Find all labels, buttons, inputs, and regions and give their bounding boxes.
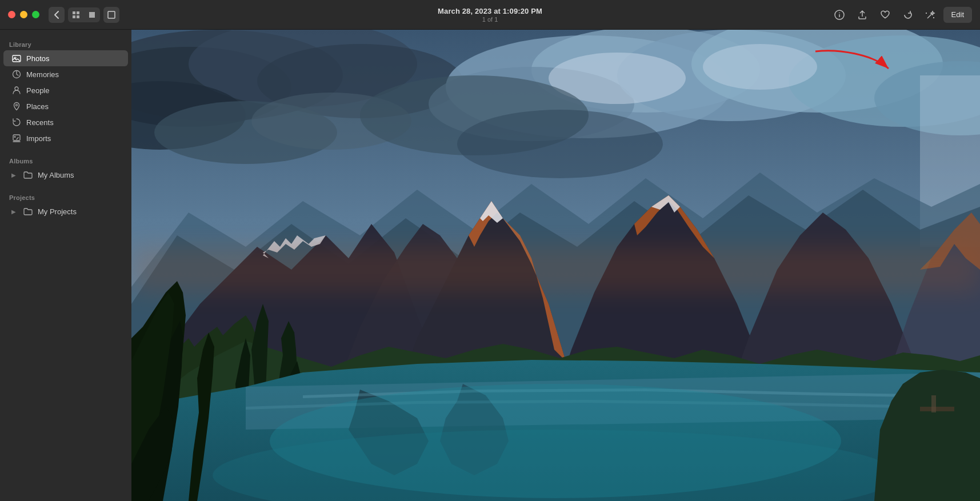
single-view-button[interactable] [84, 7, 100, 22]
minimize-button[interactable] [20, 11, 27, 18]
sidebar-item-my-projects[interactable]: ▶ My Projects [3, 203, 128, 219]
titlebar: March 28, 2023 at 1:09:20 PM 1 of 1 [0, 0, 980, 30]
recents-icon [11, 117, 22, 127]
svg-rect-44 [920, 407, 954, 411]
main-area: Library Photos Memories [0, 30, 980, 501]
photos-icon [11, 53, 22, 63]
photo-count: 1 of 1 [438, 16, 542, 23]
my-projects-label: My Projects [38, 207, 77, 216]
view-toggle [68, 7, 100, 22]
svg-rect-1 [77, 11, 79, 14]
people-label: People [26, 86, 49, 95]
titlebar-nav [49, 7, 119, 23]
projects-folder-icon [23, 206, 33, 217]
expand-projects-icon: ▶ [11, 209, 16, 215]
titlebar-left [8, 7, 119, 23]
imports-label: Imports [26, 134, 51, 143]
back-button[interactable] [49, 7, 65, 23]
places-icon [11, 101, 22, 111]
memories-label: Memories [26, 70, 59, 79]
projects-section-label: Projects [0, 190, 131, 203]
recents-label: Recents [26, 118, 54, 127]
photo-content [131, 30, 980, 501]
sidebar-item-places[interactable]: Places [3, 98, 128, 114]
imports-icon [11, 133, 22, 143]
info-button[interactable] [829, 6, 850, 24]
my-albums-label: My Albums [38, 171, 74, 179]
svg-point-17 [15, 87, 18, 90]
svg-point-18 [16, 105, 18, 106]
traffic-lights [8, 11, 39, 18]
svg-point-20 [14, 137, 15, 138]
svg-rect-0 [73, 11, 75, 14]
photos-label: Photos [26, 54, 49, 63]
sidebar: Library Photos Memories [0, 30, 131, 501]
photo-date-title: March 28, 2023 at 1:09:20 PM [438, 7, 542, 15]
rotate-button[interactable] [898, 6, 918, 24]
svg-point-37 [703, 44, 817, 90]
expand-icon: ▶ [11, 172, 16, 178]
sidebar-item-memories[interactable]: Memories [3, 66, 128, 82]
fullscreen-button[interactable] [103, 7, 119, 23]
albums-folder-icon [23, 170, 33, 180]
library-section-label: Library [0, 37, 131, 50]
edit-button[interactable]: Edit [943, 7, 972, 23]
sidebar-item-recents[interactable]: Recents [3, 114, 128, 130]
svg-rect-45 [931, 395, 936, 412]
magic-wand-button[interactable] [921, 6, 941, 24]
svg-rect-3 [77, 15, 79, 18]
favorite-button[interactable] [875, 6, 895, 24]
photo-scene [131, 30, 980, 501]
close-button[interactable] [8, 11, 15, 18]
places-label: Places [26, 102, 49, 111]
svg-rect-5 [108, 11, 115, 18]
share-button[interactable] [852, 6, 873, 24]
albums-section-label: Albums [0, 153, 131, 167]
titlebar-right: Edit [829, 6, 972, 24]
sidebar-item-people[interactable]: People [3, 82, 128, 98]
svg-point-39 [457, 110, 663, 178]
sidebar-item-photos[interactable]: Photos [3, 50, 128, 66]
maximize-button[interactable] [32, 11, 39, 18]
titlebar-center: March 28, 2023 at 1:09:20 PM 1 of 1 [438, 7, 542, 23]
svg-rect-2 [73, 15, 75, 18]
svg-rect-4 [89, 12, 95, 18]
svg-point-8 [839, 12, 840, 13]
memories-icon [11, 69, 22, 79]
people-icon [11, 85, 22, 95]
sidebar-item-imports[interactable]: Imports [3, 130, 128, 146]
grid-view-button[interactable] [68, 7, 84, 22]
svg-rect-41 [131, 247, 980, 292]
sidebar-item-my-albums[interactable]: ▶ My Albums [3, 167, 128, 183]
